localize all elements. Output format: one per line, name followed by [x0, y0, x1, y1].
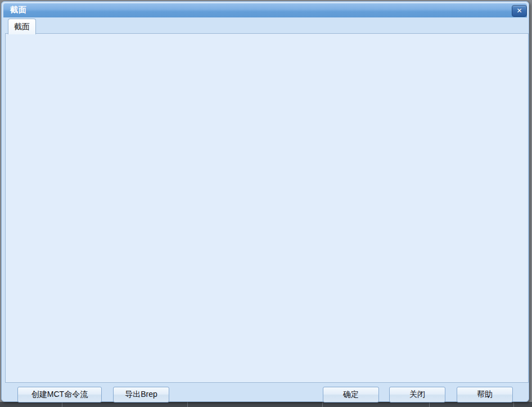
- title-bar[interactable]: 截面 ✕: [3, 3, 527, 17]
- close-button[interactable]: ✕: [512, 5, 527, 17]
- close-icon: ✕: [516, 7, 522, 15]
- ok-button[interactable]: 确定: [323, 387, 379, 402]
- create-mct-button[interactable]: 创建MCT命令流: [17, 387, 102, 402]
- background-window-strip: [0, 402, 532, 407]
- close-dialog-button[interactable]: 关闭: [389, 387, 445, 402]
- tab-page: [5, 33, 529, 383]
- tab-section[interactable]: 截面: [8, 19, 36, 34]
- background-divider: [322, 402, 323, 407]
- screen: 截面 ✕ 截面 截面号: 名称: << 材料:: [0, 0, 532, 407]
- help-label: 帮助: [477, 390, 493, 400]
- help-button[interactable]: 帮助: [457, 387, 513, 402]
- background-divider: [429, 402, 430, 407]
- dialog-title: 截面: [10, 5, 27, 15]
- section-dialog: 截面 ✕ 截面 截面号: 名称: << 材料:: [1, 1, 529, 402]
- background-divider: [513, 402, 514, 407]
- create-mct-label: 创建MCT命令流: [31, 390, 88, 400]
- export-brep-label: 导出Brep: [125, 390, 157, 400]
- ok-label: 确定: [343, 390, 359, 400]
- tab-label: 截面: [14, 22, 30, 31]
- background-divider: [62, 402, 62, 407]
- export-brep-button[interactable]: 导出Brep: [113, 387, 169, 402]
- background-divider: [187, 402, 188, 407]
- close-dialog-label: 关闭: [409, 390, 425, 400]
